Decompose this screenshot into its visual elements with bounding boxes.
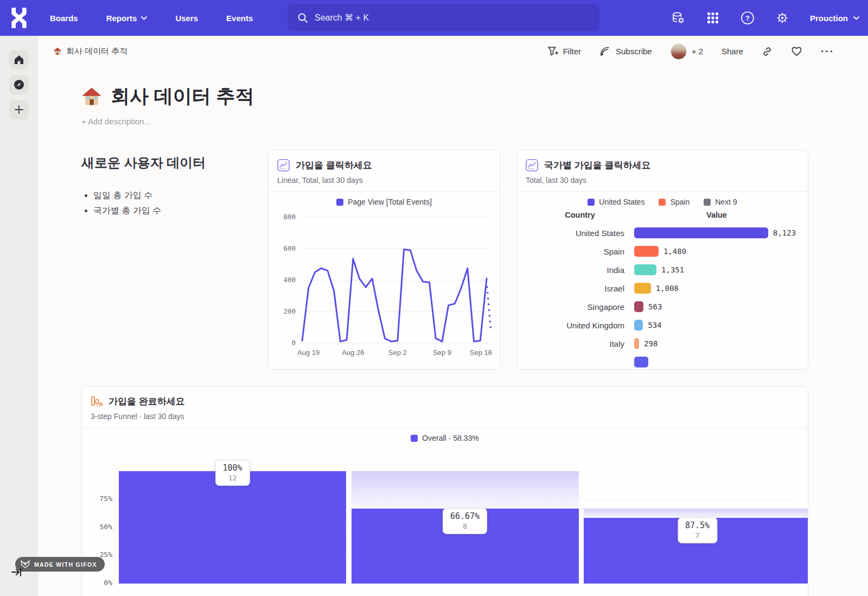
value-bar[interactable] [634,357,648,367]
line-chart-plot[interactable]: 0200400600800Aug 19Aug 26Sep 2Sep 9Sep 1… [277,206,492,364]
conversion-percent: 100% [222,463,242,473]
nav-right-cluster: ? Prouction [671,0,859,36]
legend-item[interactable]: Spain [659,198,690,206]
divider [517,191,808,192]
filter-label: Filter [563,47,581,56]
table-row[interactable]: Italy298 [526,334,799,353]
add-board-button[interactable] [9,100,29,119]
country-chart-card[interactable]: 국가별 가입을 클릭하세요 Total, last 30 days United… [516,150,808,370]
value-bar[interactable] [634,283,651,294]
line-legend: Page View [Total Events] [277,198,491,206]
nav-item-events[interactable]: Events [226,14,253,23]
nav-item-users[interactable]: Users [175,14,198,23]
funnel-dropoff-band [352,471,579,509]
svg-text:200: 200 [283,307,296,315]
funnel-plot[interactable]: 75%50%25%0%100%1266.67%887.5%7 [91,446,799,596]
board-content: 회사 데이터 추적 Filter Subscribe + 2 Share [38,36,868,596]
svg-text:Sep 9: Sep 9 [433,348,451,357]
search-input[interactable]: Search ⌘ + K [288,4,599,31]
value-bar[interactable] [634,338,639,349]
card-title[interactable]: 가입을 완료하세요 [108,395,185,408]
funnel-bar[interactable] [119,471,346,584]
value-text: 1,351 [661,265,684,274]
help-icon[interactable]: ? [741,11,755,25]
value-bar[interactable] [634,246,659,257]
gifox-badge[interactable]: MADE WITH GIFOX [15,557,105,572]
filter-button[interactable]: Filter [547,46,581,56]
house-emoji-icon [53,47,62,55]
nav-item-boards[interactable]: Boards [50,14,78,23]
value-bar[interactable] [634,320,643,331]
legend-item[interactable]: Overall · 58.33% [411,434,478,442]
line-chart-icon [526,159,538,172]
card-header: 가입을 클릭하세요 [277,159,491,172]
add-description-button[interactable]: + Add description... [81,117,868,126]
compass-icon [14,79,24,90]
gridline [117,584,794,584]
table-row[interactable]: United Kingdom534 [526,316,799,334]
nav-item-reports[interactable]: Reports [106,14,148,23]
board-toolbar: 회사 데이터 추적 Filter Subscribe + 2 Share [38,36,868,67]
discover-button[interactable] [9,75,29,94]
text-widget-list: 일일 총 가입 수 국가별 총 가입 수 [93,188,244,218]
conversion-percent: 87.5% [685,521,710,530]
table-row[interactable]: Spain1,480 [526,242,799,261]
y-axis-label: 50% [91,523,112,531]
country-label: Spain [526,247,634,256]
country-label: Israel [526,284,634,293]
nav-label: Reports [106,14,137,23]
y-axis-label: 0% [91,579,112,587]
collaborators-count: + 2 [692,47,703,56]
skip-to-end-icon[interactable] [11,567,23,578]
table-row[interactable]: Singapore563 [526,297,799,316]
legend-item[interactable]: United States [588,198,644,206]
svg-text:Aug 26: Aug 26 [342,348,364,357]
project-selector[interactable]: Prouction [810,14,859,23]
conversion-count: 8 [450,522,480,530]
card-title[interactable]: 가입을 클릭하세요 [296,159,372,172]
legend-label: Next 9 [715,198,737,206]
data-management-icon[interactable] [671,11,685,25]
line-chart-card[interactable]: 가입을 클릭하세요 Linear, Total, last 30 days Pa… [268,150,500,370]
card-subtitle: 3-step Funnel · last 30 days [91,412,799,421]
breadcrumb-title: 회사 데이터 추적 [66,46,127,56]
value-text: 1,480 [663,247,686,256]
settings-gear-icon[interactable] [775,11,789,25]
home-button[interactable] [9,50,29,69]
share-button[interactable]: Share [722,47,743,56]
list-item: 국가별 총 가입 수 [93,203,244,218]
subscribe-button[interactable]: Subscribe [599,46,652,57]
card-title[interactable]: 국가별 가입을 클릭하세요 [544,159,650,172]
funnel-tooltip: 66.67%8 [443,508,487,534]
divider [82,427,808,428]
nav-menu: Boards Reports Users Events [50,14,253,23]
breadcrumb[interactable]: 회사 데이터 추적 [53,46,127,56]
mixpanel-logo[interactable] [10,7,28,29]
y-axis-label: 75% [91,494,112,503]
legend-item[interactable]: Next 9 [704,198,737,206]
funnel-chart-card[interactable]: 가입을 완료하세요 3-step Funnel · last 30 days O… [81,386,808,596]
subscribe-label: Subscribe [616,47,652,56]
text-widget[interactable]: 새로운 사용자 데이터 일일 총 가입 수 국가별 총 가입 수 [81,150,244,370]
value-bar[interactable] [634,301,643,312]
table-row[interactable] [526,353,799,370]
svg-text:0: 0 [291,339,296,347]
value-bar[interactable] [634,264,656,275]
legend-swatch [588,199,595,206]
value-text: 563 [648,302,662,311]
table-row[interactable]: India1,351 [526,261,799,279]
copy-link-button[interactable] [762,46,773,57]
left-rail [0,36,38,596]
chevron-down-icon [141,16,147,20]
legend-item[interactable]: Page View [Total Events] [336,198,432,206]
home-icon [14,54,24,65]
value-bar[interactable] [634,227,768,238]
more-options-button[interactable]: ··· [821,46,834,58]
line-chart-icon [277,159,290,172]
card-header: 국가별 가입을 클릭하세요 [526,159,799,172]
table-row[interactable]: Israel1,008 [526,279,799,297]
favorite-button[interactable] [791,46,802,56]
table-row[interactable]: United States8,123 [526,224,799,242]
collaborators[interactable]: + 2 [671,43,703,60]
apps-grid-icon[interactable] [706,11,720,25]
